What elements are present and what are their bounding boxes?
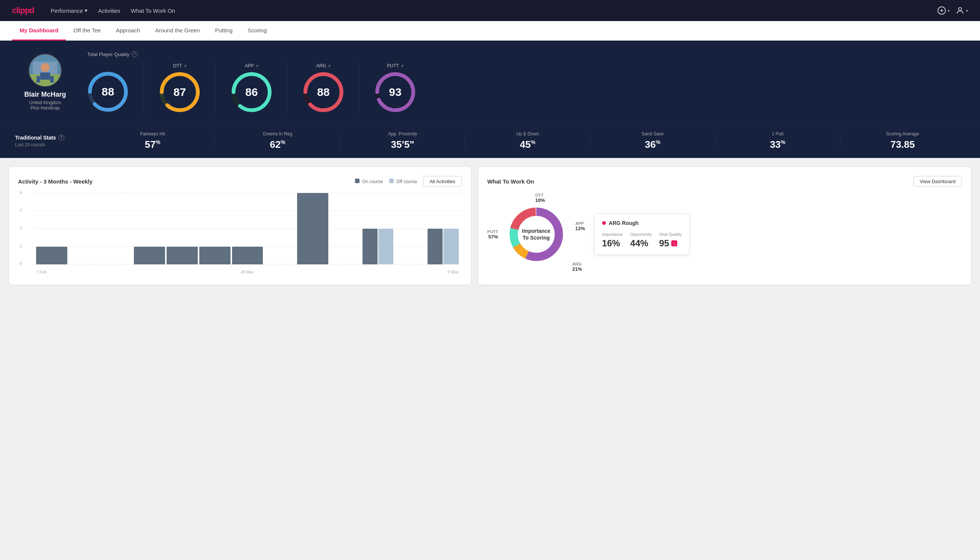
stat-name-greens-in-reg: Greens In Reg bbox=[218, 131, 336, 137]
help-icon[interactable]: ? bbox=[131, 51, 138, 57]
score-label-app: APP ↗ bbox=[245, 63, 258, 68]
circle-value-ott: 87 bbox=[173, 86, 186, 98]
tab-my-dashboard[interactable]: My Dashboard bbox=[12, 21, 66, 41]
chevron-down-icon: ▾ bbox=[966, 8, 968, 13]
bar-group bbox=[428, 229, 459, 264]
stat-name-fairways-hit: Fairways Hit bbox=[93, 131, 212, 137]
stat-value-app-proximity: 35'5" bbox=[343, 139, 462, 150]
donut-section: PUTT 57% OTT 10% APP 12% ARG bbox=[488, 193, 962, 276]
stat-value-fairways-hit: 57% bbox=[93, 139, 212, 150]
arg-opportunity: Opportunity 44% bbox=[630, 232, 652, 248]
activity-panel-title: Activity - 3 Months - Weekly bbox=[18, 178, 93, 185]
hero-top: Blair McHarg United Kingdom Plus Handica… bbox=[15, 51, 965, 113]
bar-oncourse bbox=[166, 247, 198, 265]
arrow-up-icon: ↗ bbox=[328, 64, 331, 68]
tab-scoring[interactable]: Scoring bbox=[240, 21, 274, 41]
activity-panel: Activity - 3 Months - Weekly On course O… bbox=[9, 167, 471, 285]
arg-card-title: ARG Rough bbox=[602, 220, 682, 226]
top-nav: clippd Performance ▾ Activities What To … bbox=[0, 0, 980, 21]
arg-shot-quality: Shot Quality 95 ↓ bbox=[659, 232, 682, 248]
score-label-arg: ARG ↗ bbox=[316, 63, 331, 68]
tab-off-the-tee[interactable]: Off the Tee bbox=[66, 21, 108, 41]
donut-chart: Importance To Scoring bbox=[506, 204, 566, 264]
stat-item-one-putt: 1 Putt 33% bbox=[715, 131, 840, 150]
stat-value-greens-in-reg: 62% bbox=[218, 139, 336, 150]
bar-oncourse bbox=[297, 193, 328, 264]
bar-group bbox=[36, 247, 67, 265]
wtwon-panel-header: What To Work On View Dashboard bbox=[488, 176, 962, 187]
bar-group bbox=[199, 247, 231, 265]
stat-value-scoring-average: 73.85 bbox=[844, 139, 962, 150]
stat-items: Fairways Hit 57% Greens In Reg 62% App. … bbox=[90, 131, 965, 150]
app-label: APP bbox=[576, 221, 585, 226]
bar-group bbox=[232, 247, 263, 265]
nav-performance[interactable]: Performance ▾ bbox=[51, 7, 88, 14]
x-labels: 7 Feb 28 Mar 9 May bbox=[33, 270, 462, 274]
stat-name-scoring-average: Scoring Average bbox=[844, 131, 962, 137]
player-country: United Kingdom bbox=[29, 100, 61, 105]
tab-around-the-green[interactable]: Around the Green bbox=[147, 21, 207, 41]
trad-label: Traditional Stats ? bbox=[15, 135, 90, 141]
player-info: Blair McHarg United Kingdom Plus Handica… bbox=[15, 54, 75, 110]
circle-value-putt: 93 bbox=[389, 86, 401, 98]
circle-total: 88 bbox=[87, 71, 129, 112]
bar-group bbox=[69, 263, 100, 264]
stat-value-up-and-down: 45% bbox=[468, 139, 587, 150]
putt-value: 57% bbox=[488, 234, 498, 240]
nav-links: Performance ▾ Activities What To Work On bbox=[51, 7, 175, 14]
circle-app: 86 bbox=[231, 72, 272, 113]
chevron-down-icon: ▾ bbox=[85, 7, 88, 14]
chart-area: 4 3 2 1 0 7 Feb 28 Mar 9 May bbox=[18, 193, 462, 276]
circle-ott: 87 bbox=[159, 72, 200, 113]
nav-activities[interactable]: Activities bbox=[98, 7, 120, 14]
circle-putt: 93 bbox=[374, 72, 416, 113]
app-value: 12% bbox=[576, 226, 585, 231]
stat-name-one-putt: 1 Putt bbox=[718, 131, 837, 137]
stat-name-sand-save: Sand Save bbox=[593, 131, 712, 137]
view-dashboard-button[interactable]: View Dashboard bbox=[913, 176, 962, 187]
score-item-arg: ARG ↗ 88 bbox=[288, 63, 359, 113]
trad-help-icon[interactable]: ? bbox=[58, 135, 64, 141]
svg-rect-8 bbox=[40, 72, 50, 79]
add-button[interactable]: ▾ bbox=[937, 6, 950, 15]
player-name: Blair McHarg bbox=[24, 91, 66, 98]
stat-name-up-and-down: Up & Down bbox=[468, 131, 587, 137]
traditional-stats: Traditional Stats ? Last 20 rounds Fairw… bbox=[0, 123, 980, 158]
score-item-app: APP ↗ 86 bbox=[216, 63, 288, 113]
svg-rect-10 bbox=[50, 76, 54, 82]
all-activities-button[interactable]: All Activities bbox=[423, 176, 462, 187]
bar-group bbox=[330, 263, 361, 264]
tab-putting[interactable]: Putting bbox=[208, 21, 240, 41]
stat-value-one-putt: 33% bbox=[718, 139, 837, 150]
circle-value-arg: 88 bbox=[317, 86, 329, 98]
arg-donut-label: ARG bbox=[572, 262, 582, 266]
stat-item-sand-save: Sand Save 36% bbox=[591, 131, 715, 150]
scores-section: Total Player Quality ? 88 OTT ↗ 87 AP bbox=[87, 51, 965, 113]
ott-label: OTT bbox=[535, 193, 545, 197]
logo[interactable]: clippd bbox=[12, 6, 34, 15]
stat-item-up-and-down: Up & Down 45% bbox=[465, 131, 590, 150]
stat-item-app-proximity: App. Proximity 35'5" bbox=[340, 131, 465, 150]
arg-donut-value: 21% bbox=[572, 266, 582, 272]
bar-oncourse bbox=[232, 247, 263, 265]
circle-value-app: 86 bbox=[245, 86, 258, 98]
bar-group bbox=[363, 229, 394, 264]
score-item-putt: PUTT ↗ 93 bbox=[359, 63, 431, 113]
tab-approach[interactable]: Approach bbox=[108, 21, 147, 41]
nav-what-to-work-on[interactable]: What To Work On bbox=[131, 7, 175, 14]
arrow-up-icon: ↗ bbox=[255, 64, 258, 68]
tabs-bar: My Dashboard Off the Tee Approach Around… bbox=[0, 21, 980, 41]
bar-group bbox=[297, 193, 328, 264]
user-menu-button[interactable]: ▾ bbox=[955, 6, 968, 15]
arrow-up-icon: ↗ bbox=[401, 64, 404, 68]
chevron-down-icon: ▾ bbox=[948, 8, 950, 13]
chart-legend: On course Off course bbox=[355, 178, 417, 184]
score-circles: 88 OTT ↗ 87 APP ↗ 86 ARG ↗ bbox=[87, 63, 965, 113]
bar-offcourse bbox=[378, 229, 393, 264]
nav-right: ▾ ▾ bbox=[937, 6, 968, 15]
bar-group bbox=[166, 247, 198, 265]
stat-item-fairways-hit: Fairways Hit 57% bbox=[90, 131, 215, 150]
svg-point-3 bbox=[958, 8, 962, 10]
bar-oncourse bbox=[36, 247, 67, 265]
score-label-putt: PUTT ↗ bbox=[387, 63, 403, 68]
